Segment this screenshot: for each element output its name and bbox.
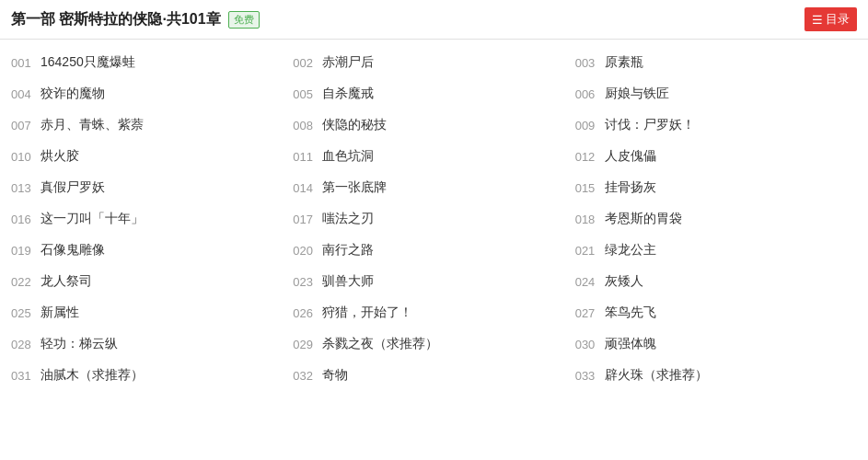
free-badge: 免费: [228, 11, 260, 29]
chapter-name[interactable]: 奇物: [322, 367, 348, 384]
chapter-cell: 005自杀魔戒: [293, 83, 574, 105]
chapter-name[interactable]: 轻功：梯云纵: [41, 336, 118, 352]
chapter-number: 009: [575, 119, 601, 132]
chapter-grid: 001164250只魔爆蛙002赤潮尸后003原素瓶004狡诈的魔物005自杀魔…: [0, 40, 868, 398]
chapter-row: 019石像鬼雕像020南行之路021绿龙公主: [11, 235, 857, 266]
chapter-cell: 007赤月、青蛛、紫萘: [11, 114, 293, 136]
catalog-icon: ☰: [812, 13, 823, 27]
chapter-number: 019: [11, 244, 37, 258]
chapter-name[interactable]: 原素瓶: [605, 54, 643, 71]
chapter-cell: 030顽强体魄: [575, 333, 857, 355]
chapter-name[interactable]: 辟火珠（求推荐）: [605, 367, 708, 384]
chapter-number: 013: [11, 181, 37, 195]
chapter-number: 025: [11, 306, 37, 320]
chapter-cell: 003原素瓶: [575, 52, 857, 74]
chapter-name[interactable]: 烘火胶: [41, 148, 79, 165]
chapter-name[interactable]: 考恩斯的胃袋: [605, 211, 682, 227]
chapter-number: 008: [293, 119, 318, 132]
chapter-name[interactable]: 狩猎，开始了！: [322, 305, 412, 321]
catalog-button[interactable]: ☰ 目录: [804, 7, 857, 31]
chapter-number: 021: [575, 244, 601, 258]
chapter-name[interactable]: 侠隐的秘技: [322, 117, 387, 133]
chapter-cell: 006厨娘与铁匠: [575, 83, 857, 105]
chapter-row: 016这一刀叫「十年」017嗤法之刃018考恩斯的胃袋: [11, 203, 857, 235]
chapter-name[interactable]: 绿龙公主: [605, 242, 656, 259]
chapter-cell: 011血色坑洞: [293, 145, 574, 167]
chapter-row: 010烘火胶011血色坑洞012人皮傀儡: [11, 141, 857, 172]
chapter-name[interactable]: 龙人祭司: [41, 273, 92, 290]
chapter-name[interactable]: 讨伐：尸罗妖！: [605, 117, 695, 133]
chapter-number: 002: [293, 56, 318, 70]
chapter-name[interactable]: 真假尸罗妖: [41, 179, 105, 196]
chapter-name[interactable]: 164250只魔爆蛙: [41, 54, 135, 71]
chapter-number: 007: [11, 119, 37, 132]
chapter-cell: 002赤潮尸后: [293, 52, 574, 74]
chapter-cell: 018考恩斯的胃袋: [575, 208, 857, 230]
chapter-name[interactable]: 笨鸟先飞: [605, 305, 656, 321]
chapter-name[interactable]: 杀戮之夜（求推荐）: [322, 336, 438, 352]
chapter-name[interactable]: 南行之路: [322, 242, 374, 259]
chapter-cell: 019石像鬼雕像: [11, 239, 293, 261]
chapter-cell: 022龙人祭司: [11, 270, 293, 293]
chapter-cell: 026狩猎，开始了！: [293, 302, 574, 324]
chapter-number: 003: [575, 56, 601, 70]
chapter-cell: 021绿龙公主: [575, 239, 857, 261]
chapter-number: 014: [293, 181, 318, 195]
chapter-name[interactable]: 油腻木（求推荐）: [41, 367, 144, 384]
chapter-number: 029: [293, 338, 318, 351]
chapter-cell: 033辟火珠（求推荐）: [575, 364, 857, 386]
chapter-name[interactable]: 厨娘与铁匠: [605, 86, 669, 102]
chapter-number: 023: [293, 275, 318, 289]
chapter-name[interactable]: 嗤法之刃: [322, 211, 374, 227]
chapter-number: 001: [11, 56, 37, 70]
section-header: 第一部 密斯特拉的侠隐·共101章 免费 ☰ 目录: [0, 0, 868, 40]
chapter-number: 027: [575, 306, 601, 320]
chapter-name[interactable]: 石像鬼雕像: [41, 242, 105, 259]
chapter-cell: 015挂骨扬灰: [575, 177, 857, 199]
chapter-name[interactable]: 驯兽大师: [322, 273, 374, 290]
chapter-name[interactable]: 挂骨扬灰: [605, 179, 656, 196]
chapter-row: 001164250只魔爆蛙002赤潮尸后003原素瓶: [11, 47, 857, 78]
chapter-cell: 009讨伐：尸罗妖！: [575, 114, 857, 136]
chapter-name[interactable]: 自杀魔戒: [322, 86, 374, 102]
chapter-number: 015: [575, 181, 601, 195]
chapter-cell: 024灰矮人: [575, 270, 857, 293]
chapter-number: 016: [11, 213, 37, 226]
catalog-label: 目录: [826, 11, 850, 28]
chapter-number: 022: [11, 275, 37, 289]
chapter-row: 031油腻木（求推荐）032奇物033辟火珠（求推荐）: [11, 360, 857, 391]
chapter-number: 028: [11, 338, 37, 351]
chapter-cell: 027笨鸟先飞: [575, 302, 857, 324]
chapter-number: 033: [575, 369, 601, 383]
chapter-cell: 017嗤法之刃: [293, 208, 574, 230]
chapter-name[interactable]: 这一刀叫「十年」: [41, 211, 144, 227]
chapter-cell: 004狡诈的魔物: [11, 83, 293, 105]
chapter-name[interactable]: 狡诈的魔物: [41, 86, 105, 102]
chapter-number: 012: [575, 150, 601, 164]
chapter-name[interactable]: 赤潮尸后: [322, 54, 374, 71]
chapter-cell: 025新属性: [11, 302, 293, 324]
chapter-name[interactable]: 灰矮人: [605, 273, 643, 290]
chapter-name[interactable]: 人皮傀儡: [605, 148, 656, 165]
chapter-name[interactable]: 血色坑洞: [322, 148, 374, 165]
chapter-number: 006: [575, 87, 601, 101]
chapter-cell: 032奇物: [293, 364, 574, 386]
chapter-row: 013真假尸罗妖014第一张底牌015挂骨扬灰: [11, 172, 857, 203]
chapter-name[interactable]: 赤月、青蛛、紫萘: [41, 117, 144, 133]
chapter-name[interactable]: 顽强体魄: [605, 336, 656, 352]
chapter-number: 005: [293, 87, 318, 101]
chapter-number: 031: [11, 369, 37, 383]
section-title: 第一部 密斯特拉的侠隐·共101章: [11, 10, 221, 29]
chapter-row: 004狡诈的魔物005自杀魔戒006厨娘与铁匠: [11, 78, 857, 109]
chapter-cell: 008侠隐的秘技: [293, 114, 574, 136]
chapter-row: 025新属性026狩猎，开始了！027笨鸟先飞: [11, 297, 857, 328]
chapter-number: 020: [293, 244, 318, 258]
chapter-number: 010: [11, 150, 37, 164]
chapter-row: 028轻功：梯云纵029杀戮之夜（求推荐）030顽强体魄: [11, 328, 857, 360]
chapter-cell: 020南行之路: [293, 239, 574, 261]
chapter-cell: 014第一张底牌: [293, 177, 574, 199]
chapter-number: 018: [575, 213, 601, 226]
chapter-name[interactable]: 第一张底牌: [322, 179, 387, 196]
chapter-name[interactable]: 新属性: [41, 305, 79, 321]
chapter-cell: 013真假尸罗妖: [11, 177, 293, 199]
